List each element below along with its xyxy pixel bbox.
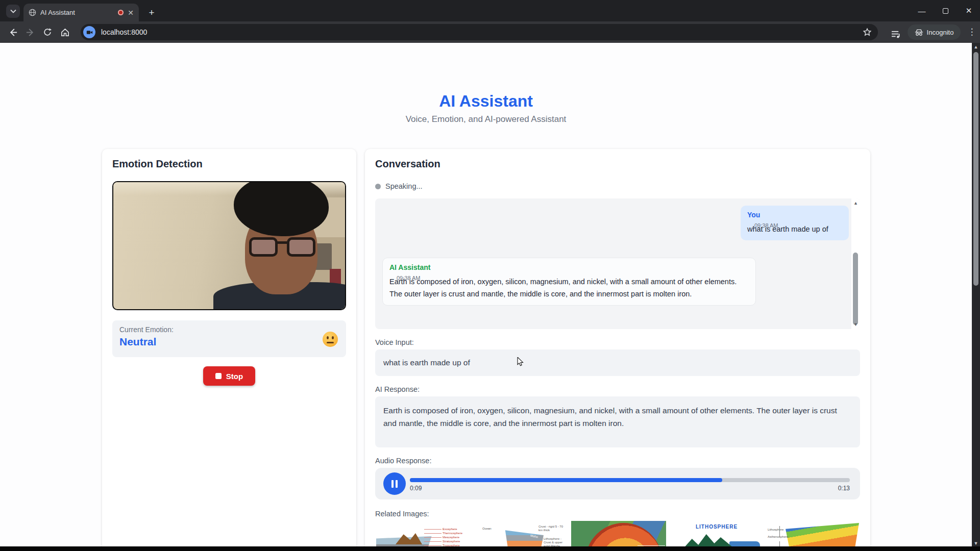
layer-label: Lithosphere: [768, 528, 783, 532]
message-text: Earth is composed of iron, oxygen, silic…: [389, 276, 749, 300]
stop-button-label: Stop: [226, 372, 243, 381]
recording-indicator-icon: [118, 10, 124, 15]
glasses-lens: [249, 237, 278, 257]
webcam-person-hair: [234, 181, 329, 236]
layer-label: Stratosphere: [443, 540, 460, 543]
home-icon: [60, 28, 70, 37]
diagram-title: LITHOSPHERE: [669, 524, 764, 530]
webcam-person-glasses: [249, 237, 315, 258]
neutral-face-emoji-icon: [323, 332, 338, 347]
glasses-lens: [287, 237, 315, 257]
url-text: localhost:8000: [101, 28, 863, 36]
forward-button[interactable]: [21, 23, 39, 41]
scroll-up-icon[interactable]: ▲: [851, 201, 860, 206]
glasses-bridge: [277, 241, 288, 244]
media-controls-button[interactable]: [887, 26, 904, 43]
media-playlist-icon: [891, 30, 901, 39]
window-minimize-button[interactable]: —: [912, 3, 932, 18]
bracket-line: [779, 526, 780, 537]
audio-player: 0:09 0:13: [375, 468, 860, 499]
current-emotion-label: Current Emotion:: [119, 325, 339, 334]
audio-progress-track[interactable]: [410, 478, 850, 482]
ai-response-label: AI Response:: [375, 385, 860, 393]
voice-input-value: what is earth made up of: [383, 358, 470, 367]
current-emotion-box: Current Emotion: Neutral: [112, 320, 346, 357]
new-tab-button[interactable]: +: [145, 6, 158, 19]
incognito-icon: [915, 29, 923, 36]
webcam-video-feed: [112, 181, 346, 310]
scroll-up-icon[interactable]: ▲: [972, 44, 980, 49]
window-maximize-button[interactable]: [935, 3, 955, 18]
maximize-icon: [943, 8, 948, 14]
current-emotion-value: Neutral: [119, 336, 339, 348]
window-close-button[interactable]: ✕: [959, 3, 979, 18]
bookmark-star-icon[interactable]: [863, 28, 872, 37]
speaking-status: Speaking...: [375, 182, 860, 190]
browser-tab[interactable]: AI Assistant ✕: [23, 4, 139, 21]
label-line: [424, 541, 442, 542]
scroll-down-icon[interactable]: ▼: [851, 322, 860, 327]
page-title: AI Assistant: [0, 92, 972, 111]
message-time: 09:38 AM: [397, 275, 420, 281]
incognito-badge: Incognito: [908, 24, 961, 40]
browser-tab-strip: AI Assistant ✕ + — ✕: [0, 0, 980, 21]
chevron-down-icon: [10, 9, 16, 13]
voice-input-field[interactable]: what is earth made up of: [375, 349, 860, 376]
emotion-detection-panel: Emotion Detection Current Emotion: Neutr…: [102, 149, 356, 551]
chat-scrollbar[interactable]: ▲ ▼: [851, 198, 860, 329]
chat-scrollbar-thumb[interactable]: [853, 253, 858, 325]
tab-close-icon[interactable]: ✕: [128, 9, 134, 16]
emotion-panel-heading: Emotion Detection: [112, 158, 346, 170]
browser-menu-button[interactable]: ⋮: [966, 25, 978, 39]
reload-icon: [43, 28, 52, 37]
conversation-heading: Conversation: [375, 158, 860, 170]
chat-message-assistant: AI Assistant 09:38 AM Earth is composed …: [382, 258, 756, 306]
audio-response-label: Audio Response:: [375, 457, 860, 465]
emoji-mouth: [327, 342, 334, 343]
stop-button[interactable]: Stop: [203, 366, 255, 386]
pause-button[interactable]: [383, 472, 406, 495]
pause-icon: [396, 480, 398, 488]
back-arrow-icon: [8, 28, 18, 37]
scroll-down-icon[interactable]: ▼: [972, 541, 980, 546]
videocam-icon: [86, 29, 93, 36]
page-header: AI Assistant Voice, Emotion, and AI-powe…: [0, 92, 972, 124]
related-images-label: Related Images:: [375, 510, 860, 518]
message-sender: AI Assistant: [389, 263, 430, 271]
status-dot-icon: [375, 184, 381, 189]
address-bar[interactable]: localhost:8000: [81, 24, 878, 40]
voice-input-label: Voice Input:: [375, 338, 860, 346]
layer-label: Ocean: [482, 527, 492, 531]
tab-title: AI Assistant: [40, 9, 114, 16]
reload-button[interactable]: [39, 23, 56, 41]
ai-response-field[interactable]: Earth is composed of iron, oxygen, silic…: [375, 396, 860, 447]
camera-in-use-indicator[interactable]: [83, 26, 95, 38]
globe-icon: [29, 9, 36, 16]
page-scrollbar-thumb[interactable]: [973, 52, 978, 286]
tab-search-button[interactable]: [6, 5, 20, 18]
layer-label: Mesosphere: [443, 536, 459, 539]
conversation-panel: Conversation Speaking... You 09:38 AM wh…: [365, 149, 870, 551]
home-button[interactable]: [56, 23, 74, 41]
emoji-eye: [327, 336, 329, 339]
page-viewport: AI Assistant Voice, Emotion, and AI-powe…: [0, 43, 972, 551]
label-line: [424, 537, 442, 538]
message-time: 09:38 AM: [754, 222, 778, 229]
layer-label: Asthenosphere: [768, 535, 788, 539]
chat-history: You 09:38 AM what is earth made up of AI…: [375, 198, 860, 329]
audio-current-time: 0:09: [410, 485, 422, 492]
layer-label: Exosphere: [443, 528, 457, 531]
forward-arrow-icon: [26, 28, 35, 37]
mouse-cursor: [517, 357, 524, 367]
label-line: [424, 529, 442, 530]
back-button[interactable]: [4, 23, 21, 41]
bottom-black-bar: [0, 546, 980, 551]
pause-icon: [391, 480, 394, 488]
label-line: [424, 533, 442, 534]
pointer-line: [638, 545, 665, 546]
layer-label: Crust - rigid 5 - 70 km thick: [538, 525, 567, 532]
stop-square-icon: [215, 373, 222, 379]
page-subtitle: Voice, Emotion, and AI-powered Assistant: [0, 114, 972, 124]
page-scrollbar[interactable]: ▲ ▼: [972, 43, 980, 551]
layer-label: Thermosphere: [443, 532, 462, 535]
